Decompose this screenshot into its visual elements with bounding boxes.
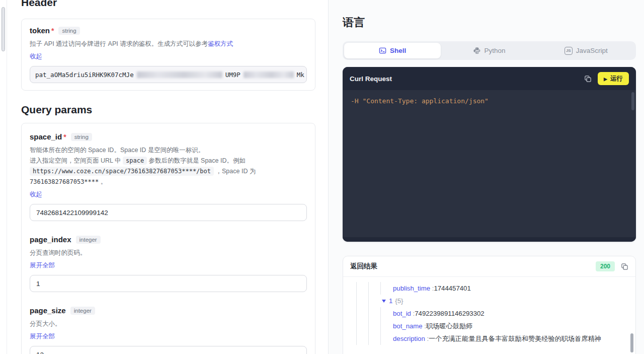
required-mark: *: [63, 133, 66, 141]
response-title: 返回结果: [350, 262, 377, 271]
page-index-field: page_index integer 分页查询时的页码。 展开全部: [30, 235, 307, 292]
type-badge: integer: [70, 307, 95, 315]
page-size-input[interactable]: [30, 346, 307, 354]
space-id-field: space_id * string 智能体所在的空间的 Space ID。Spa…: [30, 132, 307, 221]
indent-guide: [356, 282, 368, 295]
curl-code-area: -H "Content-Type: application/json": [343, 90, 636, 237]
type-badge: string: [58, 27, 79, 35]
json-row-description[interactable]: description 一个充满正能量且具备丰富鼓励和赞美经验的职场首席精神: [350, 332, 635, 345]
terminal-icon: [379, 47, 386, 54]
param-name-space-id: space_id: [30, 132, 62, 141]
curl-code-line[interactable]: -H "Content-Type: application/json": [351, 97, 628, 105]
space-inline-code: space: [123, 157, 147, 165]
query-params-card: space_id * string 智能体所在的空间的 Space ID。Spa…: [21, 123, 315, 354]
tab-python-label: Python: [484, 47, 505, 54]
auth-doc-link[interactable]: 鉴权方式: [208, 40, 233, 47]
json-key: publish_time: [393, 285, 434, 292]
code-panel-title: Curl Request: [350, 75, 392, 83]
query-params-title: Query params: [21, 104, 328, 116]
result-scrollbar-handle[interactable]: [630, 333, 633, 352]
curl-request-header: Curl Request 运行: [343, 67, 636, 90]
space-id-example-value: 736163827687053****: [30, 178, 99, 185]
token-description: 扣子 API 通过访问令牌进行 API 请求的鉴权。生成方式可以参考鉴权方式: [30, 39, 307, 49]
redacted-token-segment: [137, 72, 222, 78]
javascript-icon: JS: [565, 47, 573, 55]
json-row-publish-time[interactable]: publish_time 1744457401: [350, 282, 635, 295]
required-mark: *: [51, 27, 54, 35]
code-header-actions: 运行: [584, 72, 629, 85]
param-name-token: token: [30, 26, 50, 35]
space-id-desc-line1: 智能体所在的空间的 Space ID。Space ID 是空间的唯一标识。: [30, 147, 204, 154]
json-value: 一个充满正能量且具备丰富鼓励和赞美经验的职场首席精神: [429, 334, 601, 343]
space-id-input[interactable]: [30, 204, 307, 221]
type-badge: integer: [76, 236, 101, 244]
code-scrollbar-handle[interactable]: [631, 92, 634, 110]
tab-javascript-label: JavaScript: [576, 47, 608, 54]
space-id-collapse-link[interactable]: 收起: [30, 190, 42, 199]
space-id-tail: 。: [101, 178, 107, 185]
json-value: 1744457401: [434, 285, 470, 292]
page-size-description: 分页大小。: [30, 319, 307, 329]
python-icon: [473, 47, 480, 54]
tab-shell[interactable]: Shell: [344, 43, 441, 58]
copy-icon[interactable]: [621, 263, 628, 270]
params-pane: Header token * string 扣子 API 通过访问令牌进行 AP…: [7, 0, 328, 354]
token-desc-text: 扣子 API 通过访问令牌进行 API 请求的鉴权。生成方式可以参考: [30, 40, 208, 47]
token-value-fragment: Mk: [297, 71, 304, 79]
token-value-fragment: UM9P: [225, 71, 240, 79]
header-section-title: Header: [21, 0, 328, 9]
page-scrollbar-handle[interactable]: [2, 7, 5, 51]
code-panel-footer: [343, 237, 636, 242]
json-key: bot_id: [393, 310, 415, 317]
json-key: 1: [389, 297, 392, 305]
tab-python[interactable]: Python: [441, 43, 537, 58]
page-index-description: 分页查询时的页码。: [30, 248, 307, 258]
json-key: bot_name: [393, 322, 426, 330]
tab-javascript[interactable]: JS JavaScript: [538, 43, 634, 58]
json-row-bot-id[interactable]: bot_id 7492239891146293302: [350, 307, 635, 320]
param-name-page-index: page_index: [30, 235, 71, 244]
status-badge: 200: [596, 261, 615, 271]
curl-request-panel: Curl Request 运行 -H "Content-Type: applic…: [343, 67, 636, 242]
json-row-item-1[interactable]: 1 {5}: [350, 295, 635, 307]
indent-guide: [368, 332, 380, 345]
copy-icon[interactable]: [584, 75, 592, 83]
json-tree: publish_time 1744457401 1 {5} bot_id 749…: [343, 277, 635, 345]
page-size-expand-link[interactable]: 展开全部: [30, 332, 55, 341]
indent-guide: [368, 295, 380, 307]
language-tabs: Shell Python JS JavaScript: [343, 41, 636, 60]
indent-guide: [380, 307, 392, 320]
indent-guide: [356, 332, 368, 345]
indent-guide: [356, 307, 368, 320]
json-count-badge: {5}: [395, 297, 403, 305]
token-collapse-link[interactable]: 收起: [30, 52, 42, 61]
json-row-bot-name[interactable]: bot_name 职场暖心鼓励师: [350, 320, 635, 332]
token-param-card: token * string 扣子 API 通过访问令牌进行 API 请求的鉴权…: [21, 19, 315, 91]
page-index-title-row: page_index integer: [30, 235, 307, 244]
run-button[interactable]: 运行: [598, 72, 629, 85]
token-value-prefix: pat_aOMa5driu5iRHK9K07cMJe: [35, 71, 134, 79]
token-input[interactable]: pat_aOMa5driu5iRHK9K07cMJe UM9P Mk: [30, 66, 307, 83]
json-key: description: [393, 335, 429, 342]
indent-guide: [380, 320, 392, 332]
json-value: 职场暖心鼓励师: [426, 322, 472, 331]
page-index-expand-link[interactable]: 展开全部: [30, 261, 55, 270]
token-title-row: token * string: [30, 26, 307, 35]
space-id-title-row: space_id * string: [30, 132, 307, 141]
code-sample-pane: 语言 Shell Python JS JavaScript Curl Reque…: [328, 0, 644, 354]
indent-guide: [368, 282, 380, 295]
indent-guide: [368, 307, 380, 320]
indent-guide: [380, 282, 392, 295]
response-panel: 返回结果 200 publish_time 1744457401 1 {5}: [343, 256, 636, 354]
space-id-after-url: ，Space ID 为: [216, 168, 256, 175]
space-id-description: 智能体所在的空间的 Space ID。Space ID 是空间的唯一标识。 进入…: [30, 145, 307, 187]
page-index-input[interactable]: [30, 275, 307, 292]
indent-guide: [356, 320, 368, 332]
param-name-page-size: page_size: [30, 306, 66, 315]
page-scrollbar-track[interactable]: [0, 0, 7, 354]
tab-shell-label: Shell: [390, 47, 406, 54]
play-icon: [604, 75, 607, 82]
page-size-title-row: page_size integer: [30, 306, 307, 315]
indent-guide: [356, 295, 368, 307]
collapse-caret-icon[interactable]: [382, 300, 386, 303]
